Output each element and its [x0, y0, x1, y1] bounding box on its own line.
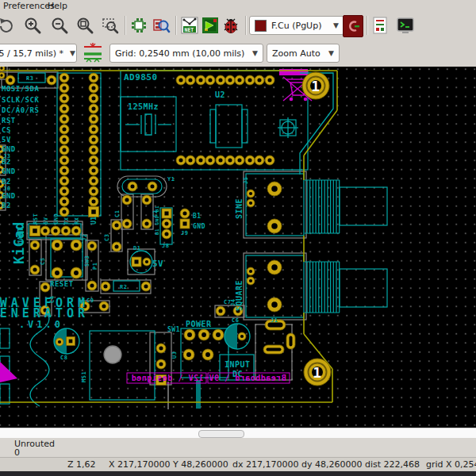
kicad-pcbnew-window: { "menubar": {"items":[{"label":"Prefere…: [0, 0, 476, 476]
pcb-label: J5: [243, 177, 249, 184]
pcb-label: B2: [2, 158, 11, 166]
pcb-label: J8: [162, 243, 169, 249]
pcb-canvas[interactable]: AD9850125MHzU2R3MOSI/SDASCLK/SCKDC/A0/RS…: [0, 67, 476, 428]
pcb-label: .V1.0: [19, 319, 63, 330]
pcb-label: GND: [2, 192, 16, 200]
pcb-label: 5V: [43, 217, 49, 225]
pcb-label: C6: [232, 317, 239, 324]
footprint-mode-button[interactable]: [200, 15, 221, 36]
pcb-label: SW1: [167, 326, 180, 333]
pcb-label: J9: [181, 230, 188, 236]
pcb-label: C5: [40, 258, 46, 265]
scripting-console-icon: [396, 16, 415, 35]
pcb-label: 1: [313, 364, 321, 381]
pcb-label: RESET: [50, 280, 74, 288]
pcb-label: RST: [33, 213, 39, 225]
second-toolbar: ,5 / 15,7 mils) * ▼ Grid: 0,2540 mm (10,…: [0, 40, 476, 67]
menu-help[interactable]: Help: [48, 1, 67, 11]
cursor-readout: X 217,170000 Y 48,260000: [109, 459, 228, 470]
pcb-label: RX: [74, 217, 80, 225]
menu-preferences[interactable]: Preferences: [3, 1, 55, 11]
toolbar-separator: [367, 16, 368, 35]
pcb-label: RST: [2, 117, 16, 125]
toolbar-separator: [175, 16, 177, 35]
pcb-label: P1: [92, 263, 98, 270]
chevron-down-icon: ▼: [322, 49, 334, 57]
chevron-down-icon: ▼: [246, 49, 258, 57]
horizontal-scrollbar[interactable]: [0, 428, 476, 439]
redo-button[interactable]: [0, 15, 16, 36]
zoom-selection-icon: [101, 16, 120, 35]
pcb-label: CS: [2, 126, 11, 134]
pcb-label: R2: [120, 284, 127, 290]
layer-selector-value: F.Cu (PgUp): [271, 21, 321, 31]
pcb-label: KiCad: [11, 221, 27, 264]
footprint-viewer-button[interactable]: [151, 15, 171, 36]
footprint-editor-icon: [129, 16, 148, 35]
netlist-icon: NET: [180, 16, 199, 35]
chevron-down-icon: ▼: [327, 21, 339, 29]
footprint-mode-icon: [201, 16, 220, 35]
layers-manager-button[interactable]: [370, 15, 390, 36]
zoom-in-icon: [23, 16, 42, 35]
read-netlist-button[interactable]: NET: [179, 15, 200, 36]
delta-readout: dx 217,170000 dy 48,260000 dist 222,468: [232, 459, 420, 470]
zoom-fit-button[interactable]: [75, 15, 95, 36]
pcb-label: J2: [82, 234, 88, 241]
coordinate-statusbar: Z 1,62 X 217,170000 Y 48,260000 dx 217,1…: [0, 457, 476, 472]
zoom-readout: Z 1,62: [67, 459, 96, 470]
pcb-label: GND: [2, 145, 16, 153]
zoom-out-icon: [50, 16, 69, 35]
pcb-label: INPUT: [225, 360, 251, 369]
pcb-label: 125MHz: [128, 102, 159, 111]
menubar: Preferences Help: [0, 0, 476, 12]
pcb-label: DC/A0/RS: [2, 106, 39, 114]
pcb-label: D1: [133, 245, 140, 251]
layers-manager-icon: [370, 16, 390, 35]
pcb-label: B2: [2, 202, 11, 209]
pcb-label: GND: [53, 213, 60, 225]
pcb-label: 5V: [2, 136, 11, 144]
grid-readout: grid X 0,25400: [426, 459, 476, 470]
pcb-label: C3: [104, 234, 110, 241]
pcb-drawing: AD9850125MHzU2R3MOSI/SDASCLK/SCKDC/A0/RS…: [0, 67, 476, 428]
pcb-label: GND: [2, 167, 16, 175]
pcb-label: MOSI/SDA: [2, 85, 39, 93]
top-toolbar: NET F.Cu (PgUp) ▼: [0, 12, 476, 40]
footprint-editor-button[interactable]: [129, 15, 149, 36]
pcb-label: SW3: [84, 255, 90, 267]
pcb-label: GND: [193, 223, 205, 230]
pcb-label: C8: [60, 355, 67, 361]
zoom-in-button[interactable]: [22, 15, 43, 36]
unrouted-label: Unrouted: [14, 439, 55, 449]
drc-button[interactable]: [221, 15, 241, 36]
svg-text:NET: NET: [185, 27, 194, 33]
grid-dropdown[interactable]: Grid: 0,2540 mm (10,00 mils) ▼: [109, 44, 263, 63]
scripting-console-button[interactable]: [395, 15, 416, 36]
layer-selector-dropdown[interactable]: F.Cu (PgUp) ▼: [249, 16, 344, 35]
chevron-down-icon: ▼: [63, 49, 75, 57]
pcb-label: J4: [230, 299, 236, 306]
pcb-label: J6: [3, 186, 10, 192]
pcb-label: B1 GND B1: [154, 205, 159, 235]
window-bottom-edge: [0, 471, 476, 476]
microwave-tools-button[interactable]: [343, 15, 363, 37]
pcb-label: POWER: [186, 320, 212, 328]
pcb-label: MS1: [81, 371, 87, 382]
track-width-settings-button[interactable]: [81, 41, 105, 63]
track-width-dropdown[interactable]: ,5 / 15,7 mils) * ▼: [0, 44, 77, 63]
pcb-label: AD9850: [124, 72, 158, 83]
layer-color-swatch: [255, 20, 267, 32]
zoom-selection-button[interactable]: [100, 15, 121, 36]
zoom-out-button[interactable]: [49, 15, 70, 36]
pcb-label: 5V: [152, 259, 163, 269]
redo-icon: [0, 16, 15, 35]
toolbar-separator: [245, 16, 247, 35]
zoom-value: Zoom Auto: [272, 48, 321, 59]
ladybug-icon: [221, 16, 240, 35]
pcb-label: U3: [171, 351, 178, 359]
zoom-dropdown[interactable]: Zoom Auto ▼: [267, 44, 340, 63]
pcb-label: U2: [215, 90, 225, 99]
scrollbar-thumb[interactable]: [198, 430, 244, 438]
pcb-label: B1: [193, 213, 202, 220]
